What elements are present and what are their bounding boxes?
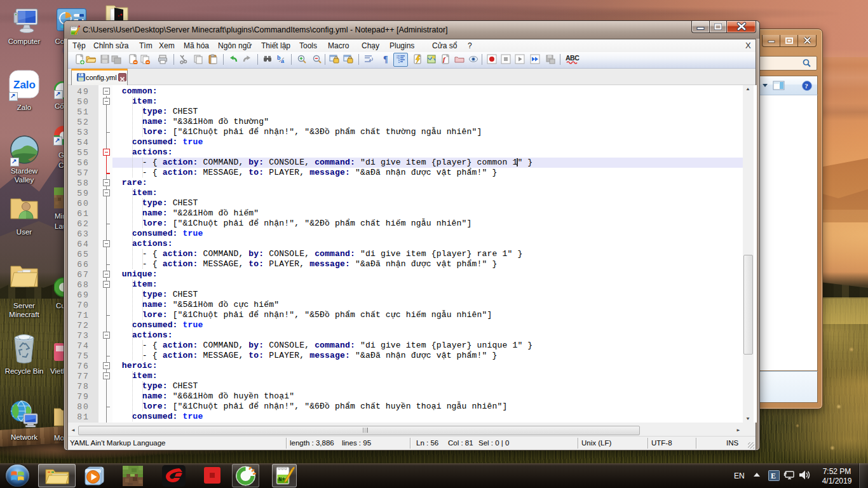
svg-text:ABC: ABC bbox=[566, 54, 580, 62]
svg-text:E: E bbox=[771, 471, 776, 480]
svg-text:Zalo: Zalo bbox=[13, 79, 36, 91]
svg-text:¶: ¶ bbox=[383, 55, 388, 64]
svg-text:?: ? bbox=[804, 82, 808, 90]
